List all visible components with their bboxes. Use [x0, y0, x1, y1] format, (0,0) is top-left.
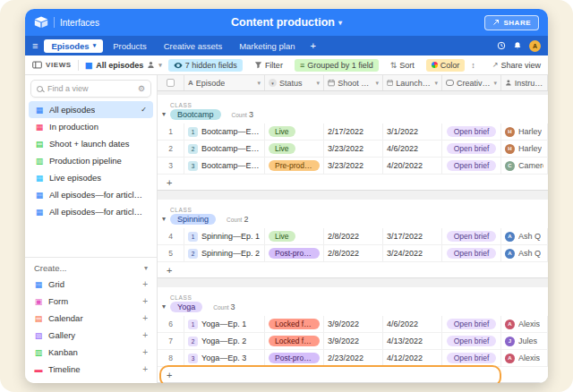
column-header-status[interactable]: ▾ Status ▾ [265, 75, 324, 90]
status-pill[interactable]: Live [269, 143, 295, 154]
status-pill[interactable]: Live [269, 231, 295, 242]
tab-products[interactable]: Products [106, 39, 154, 53]
launch-date-cell[interactable]: 4/6/2022 [383, 316, 442, 332]
group-value-pill[interactable]: Spinning [170, 214, 216, 225]
sidebar-item-shoot-launch-dates[interactable]: ▤ Shoot + launch dates [29, 135, 153, 152]
open-brief-button[interactable]: Open brief [447, 319, 497, 329]
shoot-date-cell[interactable]: 3/9/2022 [324, 333, 383, 349]
shoot-date-cell[interactable]: 3/23/2022 [324, 158, 383, 174]
share-button[interactable]: SHARE [484, 15, 539, 30]
sidebar-item-article-8[interactable]: ▦ All episodes—for article #8 [29, 203, 153, 220]
row-height-icon[interactable]: ↕ [471, 61, 475, 70]
shoot-date-cell[interactable]: 2/23/2022 [324, 350, 383, 366]
plus-icon[interactable]: + [142, 296, 148, 306]
shoot-date-cell[interactable]: 2/8/2022 [324, 245, 383, 261]
row-number[interactable]: 2 [158, 141, 184, 157]
bell-icon[interactable] [513, 41, 522, 50]
episode-name[interactable]: Spinning—Ep. 1 [201, 232, 260, 241]
create-timeline-view[interactable]: ▬ Timeline + [25, 361, 157, 378]
open-brief-button[interactable]: Open brief [447, 143, 497, 154]
menu-icon[interactable]: ≡ [32, 40, 38, 51]
checkbox[interactable] [167, 79, 175, 87]
plus-icon[interactable]: + [142, 313, 148, 323]
status-pill[interactable]: Pre-production [269, 160, 320, 171]
sidebar-item-production-pipeline[interactable]: ▥ Production pipeline [29, 152, 153, 169]
plus-icon[interactable]: + [142, 364, 148, 374]
add-record-button[interactable]: + [158, 262, 548, 277]
group-value-pill[interactable]: Bootcamp [170, 109, 221, 120]
create-calendar-view[interactable]: ▤ Calendar + [25, 310, 157, 327]
shoot-date-cell[interactable]: 2/8/2022 [324, 228, 383, 244]
table-row[interactable]: 3 3Bootcamp—Ep. 3 Pre-production 3/23/20… [158, 158, 548, 175]
create-form-view[interactable]: ▣ Form + [25, 293, 157, 310]
create-kanban-view[interactable]: ▥ Kanban + [25, 344, 157, 361]
create-section-toggle[interactable]: Create... ▾ [25, 260, 157, 276]
view-switcher[interactable]: ▦ All episodes ▾ [85, 61, 162, 70]
status-pill[interactable]: Locked for shoot [269, 319, 320, 329]
table-row[interactable]: 5 2Spinning—Ep. 2 Post-production 2/8/20… [158, 245, 548, 262]
open-brief-button[interactable]: Open brief [447, 248, 497, 259]
collapse-group-icon[interactable]: ▾ [162, 110, 166, 118]
filter-button[interactable]: Filter [249, 59, 288, 72]
airtable-logo-icon[interactable] [34, 16, 48, 29]
sort-button[interactable]: ⇅ Sort [385, 59, 420, 72]
table-row[interactable]: 4 1Spinning—Ep. 1 Live 2/8/2022 3/17/202… [158, 228, 548, 245]
episode-name[interactable]: Yoga—Ep. 1 [201, 320, 246, 328]
row-number[interactable]: 8 [158, 350, 184, 366]
plus-icon[interactable]: + [142, 330, 148, 340]
hidden-fields-button[interactable]: 7 hidden fields [168, 59, 243, 72]
episode-name[interactable]: Bootcamp—Ep. 2 [201, 144, 261, 153]
row-number[interactable]: 7 [158, 333, 184, 349]
open-brief-button[interactable]: Open brief [447, 160, 497, 171]
table-row[interactable]: 8 3Yoga—Ep. 3 Post-production 2/23/2022 … [158, 350, 548, 367]
sidebar-item-in-production[interactable]: ▦ In production [29, 118, 153, 135]
row-number[interactable]: 4 [158, 228, 184, 244]
episode-name[interactable]: Yoga—Ep. 2 [201, 337, 246, 345]
launch-date-cell[interactable]: 4/6/2022 [383, 141, 442, 157]
add-record-button-highlighted[interactable]: + [158, 367, 548, 382]
column-header-launch-date[interactable]: Launch date ▾ [383, 75, 442, 90]
shoot-date-cell[interactable]: 2/17/2022 [324, 124, 383, 140]
column-header-episode[interactable]: A Episode ▾ [184, 75, 265, 90]
tab-creative-assets[interactable]: Creative assets [157, 39, 229, 53]
history-icon[interactable] [497, 41, 506, 50]
open-brief-button[interactable]: Open brief [447, 336, 497, 346]
tab-episodes[interactable]: Episodes ▾ [44, 39, 103, 53]
status-pill[interactable]: Post-production [269, 353, 320, 363]
collapse-group-icon[interactable]: ▾ [162, 303, 166, 311]
search-input[interactable] [47, 84, 133, 93]
row-number[interactable]: 6 [158, 316, 184, 332]
shoot-date-cell[interactable]: 3/23/2022 [324, 141, 383, 157]
episode-name[interactable]: Spinning—Ep. 2 [201, 249, 260, 258]
table-row[interactable]: 6 1Yoga—Ep. 1 Locked for shoot 3/9/2022 … [158, 316, 548, 333]
table-row[interactable]: 1 1Bootcamp—Ep. 1 Live 2/17/2022 3/1/202… [158, 124, 548, 141]
launch-date-cell[interactable]: 3/24/2022 [383, 245, 442, 261]
share-view-button[interactable]: ↗ Share view [492, 61, 541, 70]
color-button[interactable]: Color [426, 59, 466, 72]
add-tab-button[interactable]: + [304, 40, 321, 51]
launch-date-cell[interactable]: 4/13/2022 [383, 333, 442, 349]
open-brief-button[interactable]: Open brief [447, 126, 497, 137]
column-header-instructor[interactable]: Instructor [501, 75, 548, 90]
launch-date-cell[interactable]: 4/12/2022 [383, 350, 442, 366]
row-number[interactable]: 5 [158, 245, 184, 261]
plus-icon[interactable]: + [142, 347, 148, 357]
add-record-button[interactable]: + [158, 175, 548, 190]
row-number[interactable]: 3 [158, 158, 184, 174]
sidebar-item-article-7[interactable]: ▦ All episodes—for article #7 [29, 186, 153, 203]
create-grid-view[interactable]: ▦ Grid + [25, 276, 157, 293]
status-pill[interactable]: Locked for shoot [269, 336, 320, 346]
status-pill[interactable]: Live [269, 126, 295, 137]
episode-name[interactable]: Bootcamp—Ep. 3 [201, 161, 261, 170]
launch-date-cell[interactable]: 4/20/2022 [383, 158, 442, 174]
sidebar-item-live-episodes[interactable]: ▦ Live episodes [29, 169, 153, 186]
launch-date-cell[interactable]: 3/17/2022 [383, 228, 442, 244]
plus-icon[interactable]: + [142, 279, 148, 289]
tab-marketing-plan[interactable]: Marketing plan [232, 39, 302, 53]
row-number[interactable]: 1 [158, 124, 184, 140]
views-toggle-button[interactable]: VIEWS [32, 61, 72, 69]
column-header-creative-brief[interactable]: Creative brief ▾ [442, 75, 501, 90]
group-value-pill[interactable]: Yoga [170, 302, 202, 312]
collapse-group-icon[interactable]: ▾ [162, 215, 166, 223]
avatar[interactable]: A [529, 40, 541, 52]
